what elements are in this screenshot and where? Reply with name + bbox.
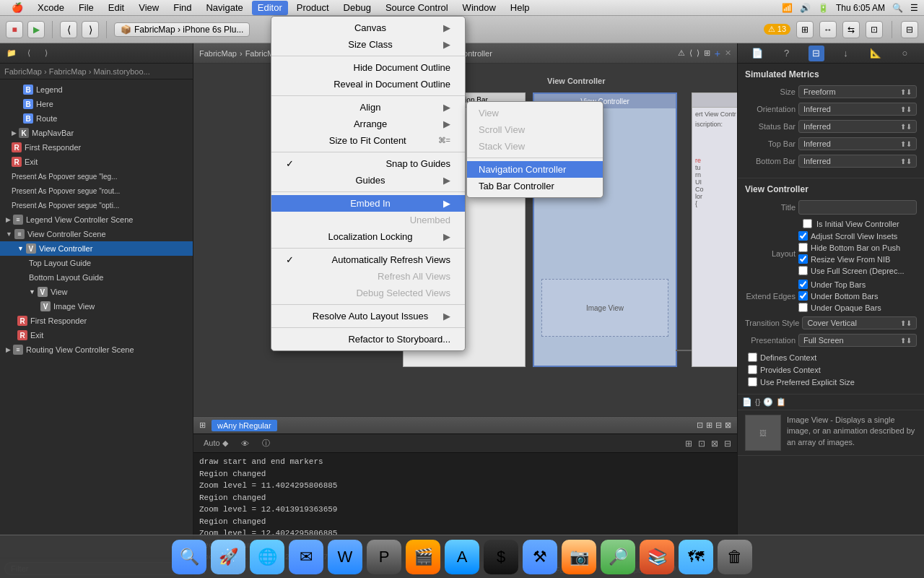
menu-guides[interactable]: Guides ▶ [271,172,465,189]
menu-sep-3 [271,152,465,152]
menu-canvas[interactable]: Canvas ▶ [271,20,465,36]
menubar-navigate[interactable]: Navigate [200,1,248,15]
menu-label-reveal: Reveal in Document Outline [334,79,450,90]
menubar-right: 📶 🔊 🔋 Thu 6:05 AM 🔍 ☰ [782,3,918,13]
menu-reveal-doc[interactable]: Reveal in Document Outline [271,76,465,92]
search-icon[interactable]: 🔍 [892,3,903,13]
menu-resolve[interactable]: Resolve Auto Layout Issues ▶ [271,308,465,324]
menubar-debug[interactable]: Debug [338,1,377,15]
menubar-window[interactable]: Window [457,1,502,15]
menu-check-auto: ✓ [286,254,297,265]
menu-sep-2 [271,95,465,96]
dock-appstore[interactable]: A [445,540,479,574]
dock-terminal[interactable]: $ [484,540,518,574]
embed-in-submenu: View Scroll View Stack View Navigation C… [466,101,603,198]
menu-arrow-embed: ▶ [443,198,450,209]
menu-label-arrange: Arrange [354,118,387,129]
menu-label-guides: Guides [355,175,385,186]
menu-arrow-arrange: ▶ [443,118,450,129]
menu-label-resolve: Resolve Auto Layout Issues [313,311,428,322]
menu-sep-6 [271,304,465,305]
menu-sep-4 [271,191,465,192]
dock-safari[interactable]: 🌐 [250,540,284,574]
menu-label-snap: Snap to Guides [385,158,450,169]
dock-trash[interactable]: 🗑 [718,540,752,574]
battery-icon: 🔋 [818,3,829,13]
embed-stack-view[interactable]: Stack View [467,138,603,155]
editor-dropdown-menu: Canvas ▶ Size Class ▶ Hide Document Outl… [271,16,466,351]
menu-sep-5 [271,248,465,249]
embed-view[interactable]: View [467,105,603,121]
menubar-view[interactable]: View [133,1,165,15]
dock-word[interactable]: W [328,540,362,574]
menu-label-size-class: Size Class [348,39,392,50]
dock-parallels[interactable]: P [367,540,401,574]
dock-iphoto[interactable]: 📷 [562,540,596,574]
menu-check-snap: ✓ [286,158,297,169]
menubar-product[interactable]: Product [291,1,335,15]
menu-sep-7 [271,327,465,328]
dock-maps[interactable]: 🗺 [679,540,713,574]
menu-label-hide: Hide Document Outline [354,62,450,73]
dock: 🔍 🚀 🌐 ✉ W P 🎬 A $ ⚒ 📷 🔎 📚 🗺 🗑 [0,535,924,578]
menu-label-auto: Automatically Refresh Views [332,254,451,265]
menu-unembed[interactable]: Unembed [271,212,465,228]
menu-arrow-align: ▶ [443,102,450,113]
menubar-editor[interactable]: Editor [252,1,288,15]
menubar-edit[interactable]: Edit [103,1,130,15]
menu-label-embed: Embed In [350,198,391,209]
menu-arrow-canvas: ▶ [443,22,450,33]
menu-arrow-loc: ▶ [443,231,450,242]
dock-ibooks[interactable]: 📚 [640,540,674,574]
menu-arrow-resolve: ▶ [443,311,450,322]
menubar-file[interactable]: File [73,1,100,15]
menu-refresh-all[interactable]: Refresh All Views [271,268,465,285]
embed-sep [467,158,603,158]
menubar-find[interactable]: Find [167,1,197,15]
menubar: 🍎 Xcode File Edit View Find Navigate Edi… [0,0,924,16]
wifi-icon: 📶 [782,3,793,13]
menu-label-canvas: Canvas [354,22,386,33]
menu-arrow-size-class: ▶ [443,39,450,50]
menu-arrange[interactable]: Arrange ▶ [271,116,465,132]
menu-align[interactable]: Align ▶ [271,99,465,116]
menu-hide-doc[interactable]: Hide Document Outline [271,59,465,76]
menubar-help[interactable]: Help [505,1,536,15]
embed-nav-controller[interactable]: Navigation Controller [467,161,603,178]
volume-icon: 🔊 [800,3,811,13]
menu-label-loc: Localization Locking [328,231,412,242]
menu-embed-in[interactable]: Embed In ▶ View Scroll View Stack View N… [271,195,465,212]
menu-auto-refresh[interactable]: ✓ Automatically Refresh Views [271,251,465,268]
menu-label-refresh: Refresh All Views [378,271,450,282]
menu-size-class[interactable]: Size Class ▶ [271,36,465,53]
menu-size-fit[interactable]: Size to Fit Content ⌘= [271,132,465,149]
menubar-source-control[interactable]: Source Control [380,1,454,15]
dock-vlc[interactable]: 🎬 [406,540,440,574]
menu-label-size-fit: Size to Fit Content [329,135,406,146]
menubar-xcode[interactable]: Xcode [32,1,70,15]
embed-tab-bar[interactable]: Tab Bar Controller [467,178,603,194]
clock: Thu 6:05 AM [836,3,885,13]
menu-arrow-guides: ▶ [443,175,450,186]
menu-debug-views[interactable]: Debug Selected Views [271,285,465,301]
menu-loc-lock[interactable]: Localization Locking ▶ [271,228,465,245]
dock-xcode[interactable]: ⚒ [523,540,557,574]
dock-finder[interactable]: 🔍 [172,540,206,574]
menu-sep-1 [271,56,465,56]
menu-snap[interactable]: ✓ Snap to Guides [271,155,465,172]
menu-label-refactor: Refactor to Storyboard... [348,334,450,345]
dock-mail[interactable]: ✉ [289,540,323,574]
menu-label-debug: Debug Selected Views [356,288,450,298]
menu-label-unembed: Unembed [410,215,450,225]
menu-label-align: Align [360,102,381,113]
apple-menu[interactable]: 🍎 [6,1,29,15]
menu-refactor[interactable]: Refactor to Storyboard... [271,331,465,348]
dock-sequel[interactable]: 🔎 [601,540,635,574]
bullets-icon[interactable]: ☰ [910,3,918,13]
embed-scroll-view[interactable]: Scroll View [467,121,603,138]
dock-launchpad[interactable]: 🚀 [211,540,245,574]
menu-shortcut-size-fit: ⌘= [438,136,450,145]
